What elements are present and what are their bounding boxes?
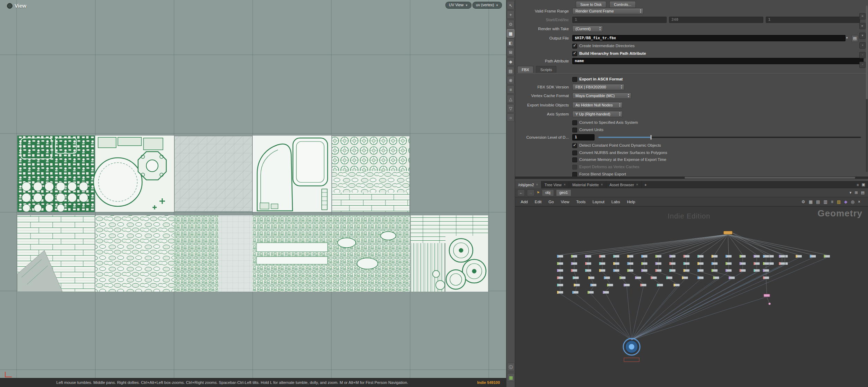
gutter-box-icon[interactable]: ▫ bbox=[859, 62, 866, 68]
gutter-expand-icon[interactable]: ▸ bbox=[859, 23, 866, 29]
handles-tool-icon[interactable]: ⊙ bbox=[507, 20, 514, 28]
snap-grid-icon[interactable]: ⊞ bbox=[507, 48, 514, 56]
close-icon[interactable]: × bbox=[564, 183, 566, 187]
shading-mode-icon[interactable]: ◧ bbox=[507, 38, 514, 47]
invisible-objects-select[interactable]: As Hidden Null Nodes▲▼ bbox=[572, 102, 623, 108]
scrollbar-handle[interactable] bbox=[685, 177, 855, 179]
close-icon[interactable]: × bbox=[601, 183, 603, 187]
convert-nurbs-checkbox[interactable] bbox=[572, 150, 577, 155]
uv-texture-icon[interactable]: ▦ bbox=[507, 373, 515, 381]
gutter-collapse-icon[interactable]: ▾ bbox=[859, 33, 866, 39]
search-icon[interactable]: ◎ bbox=[851, 199, 854, 204]
controls-button[interactable]: Controls... bbox=[609, 1, 636, 8]
mirror-icon[interactable]: ⊗ bbox=[507, 76, 514, 84]
menu-tools[interactable]: Tools bbox=[576, 200, 585, 204]
path-dropdown-icon[interactable]: ▾ bbox=[850, 190, 852, 195]
back-button[interactable]: ← bbox=[517, 189, 525, 196]
menu-help[interactable]: Help bbox=[627, 200, 635, 204]
folder-icon[interactable]: ▨ bbox=[837, 199, 841, 204]
breadcrumb-obj[interactable]: obj bbox=[542, 189, 554, 196]
display-cols-icon[interactable]: ▥ bbox=[824, 199, 827, 204]
display-rows-icon[interactable]: ▤ bbox=[816, 199, 820, 204]
valid-frame-range-select[interactable]: Render Current Frame▲▼ bbox=[572, 8, 643, 14]
menu-go[interactable]: Go bbox=[548, 200, 554, 204]
network-canvas[interactable]: Indie Edition Geometry bbox=[515, 206, 868, 387]
uv-overlay-icon[interactable]: ▦ bbox=[507, 29, 514, 37]
conversion-level-field[interactable]: 1 bbox=[572, 134, 594, 140]
info-icon[interactable]: ⓘ bbox=[507, 363, 515, 371]
save-to-disk-button[interactable]: Save to Disk bbox=[576, 1, 606, 8]
uv-editor-canvas[interactable] bbox=[0, 0, 506, 387]
pane-tab-network[interactable]: /obj/geo2× bbox=[515, 181, 541, 188]
uv-viewport[interactable]: View UV View▼ uv (vertex)▼ Left mouse tu… bbox=[0, 0, 506, 387]
tab-scripts[interactable]: Scripts bbox=[536, 66, 557, 73]
path-attribute-field[interactable]: name bbox=[572, 58, 863, 64]
network-node-output[interactable] bbox=[723, 231, 732, 234]
breadcrumb-geo1[interactable]: geo1 bbox=[556, 189, 571, 196]
menu-edit[interactable]: Edit bbox=[535, 200, 541, 204]
slider-handle[interactable] bbox=[650, 135, 652, 140]
file-chooser-button[interactable]: ▤ bbox=[851, 35, 858, 42]
parameter-hscrollbar[interactable] bbox=[515, 177, 868, 179]
axis-system-label: Axis System bbox=[515, 111, 569, 118]
render-with-take-select[interactable]: (Current)▲▼ bbox=[572, 26, 603, 32]
create-dirs-checkbox[interactable] bbox=[572, 44, 577, 49]
menu-labs[interactable]: Labs bbox=[611, 200, 620, 204]
radial-menu-icon[interactable]: ○ bbox=[507, 113, 514, 122]
sdk-version-select[interactable]: FBX | FBX202000▲▼ bbox=[572, 84, 624, 90]
frame-start-field[interactable]: 1 bbox=[572, 17, 667, 23]
conversion-level-slider[interactable] bbox=[598, 137, 861, 138]
output-file-field[interactable]: $HIP/BB_fix_tr.fbx bbox=[572, 35, 845, 41]
menu-icon[interactable]: ≡ bbox=[507, 85, 514, 94]
axis-system-select[interactable]: Y Up (Right-handed)▲▼ bbox=[572, 111, 623, 117]
layout-icon[interactable]: ▤ bbox=[507, 67, 514, 75]
camera-menu[interactable]: UV View▼ bbox=[445, 2, 471, 9]
pane-maximize-icon[interactable]: ▣ bbox=[862, 182, 865, 187]
convert-axis-label: Convert to Specified Axis System bbox=[579, 120, 638, 126]
new-tab-button[interactable]: + bbox=[642, 181, 649, 188]
badge-icon[interactable]: ◆ bbox=[844, 199, 847, 204]
network-node-pink[interactable] bbox=[764, 294, 770, 297]
close-icon[interactable]: × bbox=[536, 183, 538, 187]
build-hierarchy-checkbox[interactable] bbox=[572, 51, 577, 56]
wrench-icon[interactable]: ⚙ bbox=[801, 199, 805, 204]
detect-constant-checkbox[interactable] bbox=[572, 143, 577, 148]
pane-tab-tree-view[interactable]: Tree View× bbox=[541, 181, 569, 188]
menu-add[interactable]: Add bbox=[521, 200, 528, 204]
collapse-icon[interactable]: ▽ bbox=[507, 104, 514, 112]
convert-axis-checkbox[interactable] bbox=[572, 120, 577, 125]
network-graph[interactable] bbox=[515, 207, 868, 387]
menu-layout[interactable]: Layout bbox=[592, 200, 605, 204]
display-attribute-menu[interactable]: uv (vertex)▼ bbox=[472, 2, 502, 9]
add-tool-icon[interactable]: + bbox=[507, 10, 514, 19]
conversion-level-label: Conversion Level of D... bbox=[515, 134, 569, 141]
parameter-vscrollbar[interactable] bbox=[866, 6, 868, 172]
split-pane-icon[interactable]: ▤ bbox=[861, 190, 865, 195]
menu-view[interactable]: View bbox=[561, 200, 570, 204]
gutter-menu-icon[interactable]: ≡ bbox=[859, 13, 866, 19]
close-pane-icon[interactable]: × bbox=[858, 199, 860, 204]
close-icon[interactable]: × bbox=[636, 183, 638, 187]
force-blend-checkbox[interactable] bbox=[572, 172, 577, 177]
chevron-down-icon[interactable]: ▾ bbox=[846, 36, 848, 40]
expand-icon[interactable]: △ bbox=[507, 95, 514, 103]
tab-fbx[interactable]: FBX bbox=[517, 66, 533, 73]
frame-inc-field[interactable]: 1 bbox=[766, 17, 860, 23]
gutter-dot-icon[interactable]: ▪ bbox=[859, 42, 866, 49]
conserve-memory-checkbox[interactable] bbox=[572, 157, 577, 162]
pivot-icon[interactable]: ◆ bbox=[507, 57, 514, 66]
pane-menu-icon[interactable]: ≡ bbox=[857, 183, 859, 187]
pane-tab-asset-browser[interactable]: Asset Browser× bbox=[606, 181, 642, 188]
frame-end-field[interactable]: 240 bbox=[669, 17, 763, 23]
pane-pin-icon[interactable] bbox=[7, 3, 12, 9]
vertex-cache-select[interactable]: Maya Compatible (MC)▲▼ bbox=[572, 93, 631, 99]
display-list-icon[interactable]: ≡ bbox=[831, 199, 833, 204]
display-grid-icon[interactable]: ▦ bbox=[809, 199, 813, 204]
export-ascii-checkbox[interactable] bbox=[572, 77, 577, 82]
convert-units-checkbox[interactable] bbox=[572, 128, 577, 132]
forward-button[interactable]: → bbox=[527, 189, 535, 196]
select-tool-icon[interactable]: ↖ bbox=[507, 1, 514, 9]
pane-tab-material-palette[interactable]: Material Palette× bbox=[569, 181, 606, 188]
gutter-circle-icon[interactable]: ◦ bbox=[859, 52, 866, 58]
pin-icon[interactable]: ⊞ bbox=[854, 190, 858, 195]
